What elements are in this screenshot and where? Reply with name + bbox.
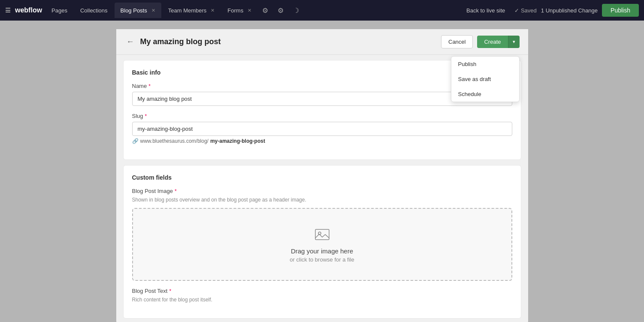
slug-label: Slug * <box>132 113 512 119</box>
main-area: ← My amazing blog post Cancel Create ▾ P… <box>0 21 644 322</box>
cancel-button[interactable]: Cancel <box>441 35 473 48</box>
navbar: ☰ webflow Pages Collections Blog Posts ✕… <box>0 0 644 21</box>
panel-header: ← My amazing blog post Cancel Create ▾ P… <box>116 29 528 55</box>
tab-pages[interactable]: Pages <box>45 3 73 18</box>
content-panel: ← My amazing blog post Cancel Create ▾ P… <box>116 29 528 322</box>
create-button[interactable]: Create <box>477 36 508 48</box>
moon-icon[interactable]: ☽ <box>289 3 303 17</box>
tab-blog-posts[interactable]: Blog Posts ✕ <box>115 3 161 18</box>
link-icon: 🔗 <box>132 138 139 144</box>
gear-icon-1[interactable]: ⚙ <box>258 3 272 17</box>
blog-post-image-group: Blog Post Image * Shown in blog posts ov… <box>132 188 512 281</box>
image-required-star: * <box>175 188 177 194</box>
blog-post-text-label: Blog Post Text * <box>132 288 512 294</box>
custom-fields-title: Custom fields <box>132 174 512 181</box>
slug-input[interactable] <box>132 122 512 136</box>
back-to-live-button[interactable]: Back to live site <box>461 5 510 16</box>
blog-post-image-label: Blog Post Image * <box>132 188 512 194</box>
blog-post-text-group: Blog Post Text * Rich content for the bl… <box>132 288 512 303</box>
brand-logo: ☰ webflow <box>5 6 42 14</box>
create-dropdown-menu: Publish Save as draft Schedule <box>451 56 520 102</box>
dropdown-save-draft[interactable]: Save as draft <box>451 72 519 87</box>
text-required-star: * <box>169 288 171 294</box>
tab-forms-label: Forms <box>227 7 243 14</box>
blog-post-image-desc: Shown in blog posts overview and on the … <box>132 197 512 203</box>
slug-required-star: * <box>145 113 147 119</box>
tab-collections-label: Collections <box>80 7 108 14</box>
tab-forms[interactable]: Forms ✕ <box>221 3 257 18</box>
image-upload-icon <box>314 226 331 243</box>
slug-field-group: Slug * 🔗 www.bluethesaurus.com/blog/my-a… <box>132 113 512 144</box>
close-forms-icon[interactable]: ✕ <box>248 8 251 13</box>
nav-icons: ⚙ ⚙ ☽ <box>258 3 303 17</box>
brand-name: webflow <box>15 6 42 14</box>
dropdown-schedule[interactable]: Schedule <box>451 87 519 102</box>
tab-blog-posts-label: Blog Posts <box>121 7 147 14</box>
drag-text: Drag your image here <box>291 247 353 255</box>
nav-tabs: Pages Collections Blog Posts ✕ Team Memb… <box>45 3 461 18</box>
saved-indicator: ✓ Saved <box>514 7 536 14</box>
name-required-star: * <box>148 83 151 89</box>
gear-icon-2[interactable]: ⚙ <box>274 3 287 17</box>
tab-team-members-label: Team Members <box>168 7 207 14</box>
panel-title: My amazing blog post <box>140 37 437 46</box>
slug-bold: my-amazing-blog-post <box>210 138 265 144</box>
dropdown-publish[interactable]: Publish <box>451 57 519 72</box>
close-blog-posts-icon[interactable]: ✕ <box>151 8 155 13</box>
svg-rect-0 <box>315 229 329 240</box>
back-arrow-button[interactable]: ← <box>125 37 136 46</box>
navbar-right: Back to live site ✓ Saved 1 Unpublished … <box>461 4 639 17</box>
image-upload-area[interactable]: Drag your image here or click to browse … <box>132 208 512 281</box>
custom-fields-section: Custom fields Blog Post Image * Shown in… <box>123 165 521 319</box>
tab-team-members[interactable]: Team Members ✕ <box>162 3 221 18</box>
blog-post-text-desc: Rich content for the blog post itself. <box>132 297 512 303</box>
slug-hint: 🔗 www.bluethesaurus.com/blog/my-amazing-… <box>132 138 512 144</box>
close-team-members-icon[interactable]: ✕ <box>211 8 215 13</box>
or-click-text: or click to browse for a file <box>290 256 354 263</box>
create-chevron-button[interactable]: ▾ <box>508 36 520 48</box>
tab-pages-label: Pages <box>51 7 67 14</box>
unpublished-badge[interactable]: 1 Unpublished Change <box>541 7 598 14</box>
create-button-group: Create ▾ <box>477 36 519 48</box>
tab-collections[interactable]: Collections <box>74 3 114 18</box>
slug-prefix: www.bluethesaurus.com/blog/ <box>140 138 209 144</box>
publish-button[interactable]: Publish <box>602 4 639 17</box>
hamburger-icon[interactable]: ☰ <box>5 7 11 14</box>
